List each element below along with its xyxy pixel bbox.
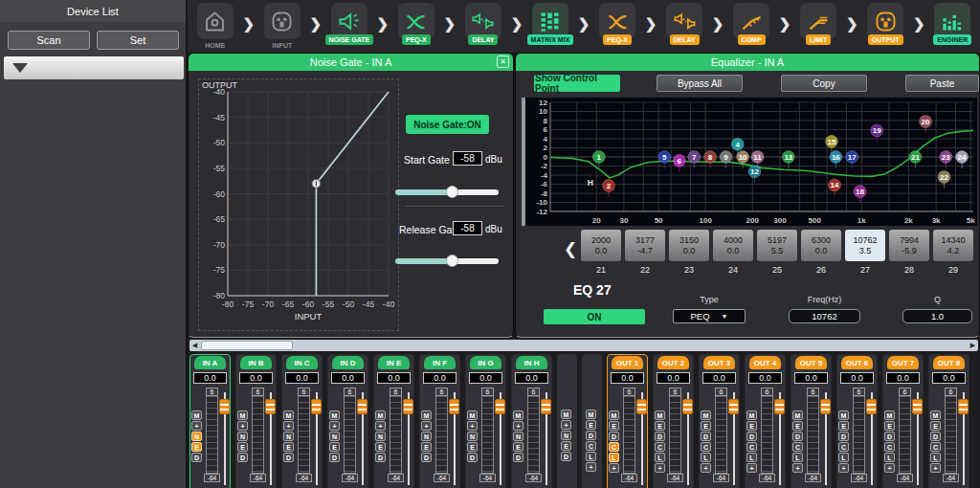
bus-button-1-d[interactable]: D xyxy=(586,431,596,440)
channel-gain-value[interactable]: 0.0 xyxy=(239,372,273,384)
device-dropdown[interactable] xyxy=(4,56,184,79)
band-cell-29[interactable]: 14340 4.2 xyxy=(933,230,973,261)
strip-button-in-d--[interactable]: + xyxy=(329,421,340,431)
strip-button-in-f-n[interactable]: N xyxy=(421,432,432,441)
strip-button-out-7-e[interactable]: E xyxy=(884,421,895,431)
bus-button-0-m[interactable]: M xyxy=(561,410,571,419)
fader-handle[interactable] xyxy=(728,399,739,414)
toolbar-step-home-0[interactable]: HOME xyxy=(189,3,241,51)
strip-button-out-3-m[interactable]: M xyxy=(701,410,711,420)
toolbar-step-output-10[interactable]: OUTPUT xyxy=(859,3,911,45)
strip-button-in-b-n[interactable]: N xyxy=(237,432,248,441)
strip-button-out-6-m[interactable]: M xyxy=(838,410,849,420)
fader-handle[interactable] xyxy=(958,399,969,414)
fader-handle[interactable] xyxy=(403,399,413,414)
strip-button-out-3-d[interactable]: D xyxy=(701,432,711,441)
strip-button-in-d-d[interactable]: D xyxy=(329,453,340,462)
strip-button-out-3--[interactable]: + xyxy=(701,463,711,473)
channel-gain-value[interactable]: 0.0 xyxy=(657,372,690,384)
toolbar-step-input-1[interactable]: INPUT xyxy=(256,3,308,51)
bus-button-0-d[interactable]: D xyxy=(561,452,571,461)
fader-handle[interactable] xyxy=(357,399,368,414)
band-prev-icon[interactable]: ❮ xyxy=(564,239,577,259)
strip-button-in-d-m[interactable]: M xyxy=(329,410,340,420)
scroll-left-icon[interactable]: ◀ xyxy=(189,340,200,351)
strip-button-out-4-c[interactable]: C xyxy=(746,442,757,452)
channel-gain-value[interactable]: 0.0 xyxy=(515,372,548,384)
strip-button-in-h-d[interactable]: D xyxy=(513,453,523,462)
strip-button-in-a-m[interactable]: M xyxy=(191,410,202,420)
channel-gain-value[interactable]: 0.0 xyxy=(611,372,644,384)
strip-button-in-g-n[interactable]: N xyxy=(467,432,478,441)
fader-handle[interactable] xyxy=(682,399,693,414)
strip-button-in-b-e[interactable]: E xyxy=(237,442,248,452)
toolbar-step-peq-x-6[interactable]: PEQ-X xyxy=(591,3,643,45)
channel-gain-value[interactable]: 0.0 xyxy=(193,372,227,384)
strip-button-in-d-n[interactable]: N xyxy=(329,432,340,441)
strip-button-in-e-d[interactable]: D xyxy=(375,453,386,462)
bus-button-1-l[interactable]: L xyxy=(586,452,596,461)
band-cell-26[interactable]: 6300 0.0 xyxy=(801,230,841,261)
strip-button-out-5-e[interactable]: E xyxy=(792,421,803,431)
band-cell-28[interactable]: 7994 -5.9 xyxy=(889,230,929,261)
strip-button-out-8-l[interactable]: L xyxy=(930,453,941,462)
channel-tab[interactable]: IN E xyxy=(378,356,410,369)
channel-tab[interactable]: OUT 4 xyxy=(749,356,781,369)
fader-handle[interactable] xyxy=(495,399,505,414)
strip-button-out-5-m[interactable]: M xyxy=(792,410,803,420)
strip-button-out-1-d[interactable]: D xyxy=(609,432,619,441)
strip-button-out-1-m[interactable]: M xyxy=(609,410,619,420)
strip-button-in-f--[interactable]: + xyxy=(421,421,432,431)
scroll-right-icon[interactable]: ▶ xyxy=(968,340,978,351)
strip-button-in-e--[interactable]: + xyxy=(375,421,386,431)
strip-button-out-8-d[interactable]: D xyxy=(930,432,941,441)
bus-button-0--[interactable]: + xyxy=(561,420,571,430)
channel-gain-value[interactable]: 0.0 xyxy=(285,372,319,384)
band-cell-21[interactable]: 2000 0.0 xyxy=(581,230,621,261)
paste-button[interactable]: Paste xyxy=(905,75,979,92)
channel-gain-value[interactable]: 0.0 xyxy=(748,372,782,384)
bypass-all-button[interactable]: Bypass All xyxy=(657,75,743,92)
channel-tab[interactable]: IN F xyxy=(424,356,456,369)
gate-threshold-handle[interactable] xyxy=(312,179,321,188)
channel-gain-value[interactable]: 0.0 xyxy=(469,372,502,384)
band-cell-27[interactable]: 10762 3.5 xyxy=(845,230,885,261)
toolbar-step-enginer-11[interactable]: ENGINER xyxy=(926,3,978,45)
strip-button-in-c--[interactable]: + xyxy=(283,421,294,431)
fader-handle[interactable] xyxy=(265,399,276,414)
release-gate-slider[interactable] xyxy=(395,258,499,264)
band-cell-22[interactable]: 3177 -4.7 xyxy=(625,230,665,261)
strip-button-in-c-d[interactable]: D xyxy=(283,453,294,462)
scrollbar-thumb[interactable] xyxy=(201,341,293,350)
strip-button-in-h-m[interactable]: M xyxy=(513,410,523,420)
set-button[interactable]: Set xyxy=(97,31,179,50)
bus-button-1-m[interactable]: M xyxy=(586,410,596,419)
strip-button-out-4-e[interactable]: E xyxy=(746,421,757,431)
scan-button[interactable]: Scan xyxy=(8,31,90,50)
fader-handle[interactable] xyxy=(449,399,459,414)
strip-button-out-1-l[interactable]: L xyxy=(609,453,619,462)
strip-button-out-5-l[interactable]: L xyxy=(792,453,803,462)
strip-button-in-a--[interactable]: + xyxy=(191,421,202,431)
toolbar-step-peq-x-3[interactable]: PEQ-X xyxy=(390,3,442,45)
strip-button-out-4-l[interactable]: L xyxy=(746,453,757,462)
release-gate-value[interactable]: -58 xyxy=(453,221,482,235)
strip-button-out-2-d[interactable]: D xyxy=(655,432,665,441)
strip-button-out-1-e[interactable]: E xyxy=(609,421,619,431)
channel-gain-value[interactable]: 0.0 xyxy=(331,372,365,384)
strip-button-out-2-l[interactable]: L xyxy=(655,453,665,462)
toolbar-step-noise-gate-2[interactable]: NOISE GATE xyxy=(323,3,375,45)
strip-button-in-b-m[interactable]: M xyxy=(237,410,248,420)
strip-button-out-7-m[interactable]: M xyxy=(884,410,895,420)
strip-button-out-6-l[interactable]: L xyxy=(838,453,849,462)
strip-button-out-7-d[interactable]: D xyxy=(884,432,895,441)
strip-button-in-g--[interactable]: + xyxy=(467,421,478,431)
strip-button-in-g-e[interactable]: E xyxy=(467,442,478,452)
fader-handle[interactable] xyxy=(820,399,831,414)
band-cell-25[interactable]: 5197 5.5 xyxy=(757,230,797,261)
toolbar-step-delay-7[interactable]: DELAY xyxy=(658,3,710,45)
eq-on-button[interactable]: ON xyxy=(544,309,645,324)
channel-tab[interactable]: IN B xyxy=(240,356,272,369)
bus-button-0-n[interactable]: N xyxy=(561,431,571,440)
strip-button-out-6--[interactable]: + xyxy=(838,463,849,473)
